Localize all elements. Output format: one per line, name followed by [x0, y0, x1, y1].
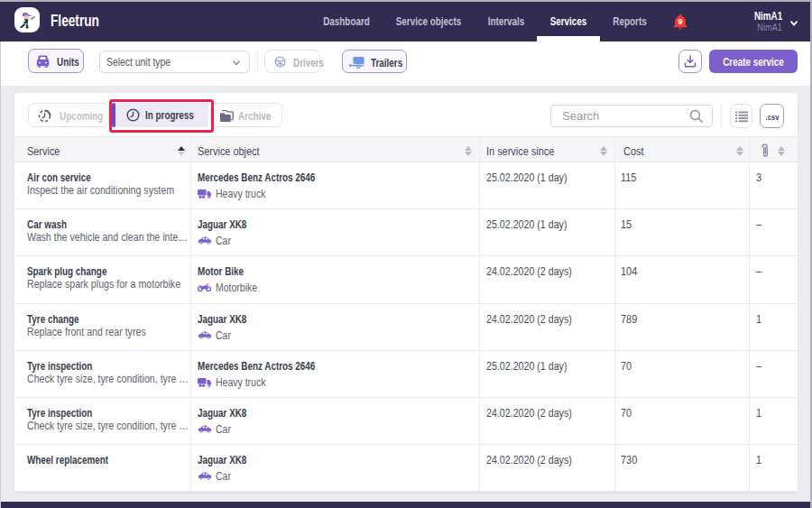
svg-text:9: 9 [678, 17, 682, 26]
